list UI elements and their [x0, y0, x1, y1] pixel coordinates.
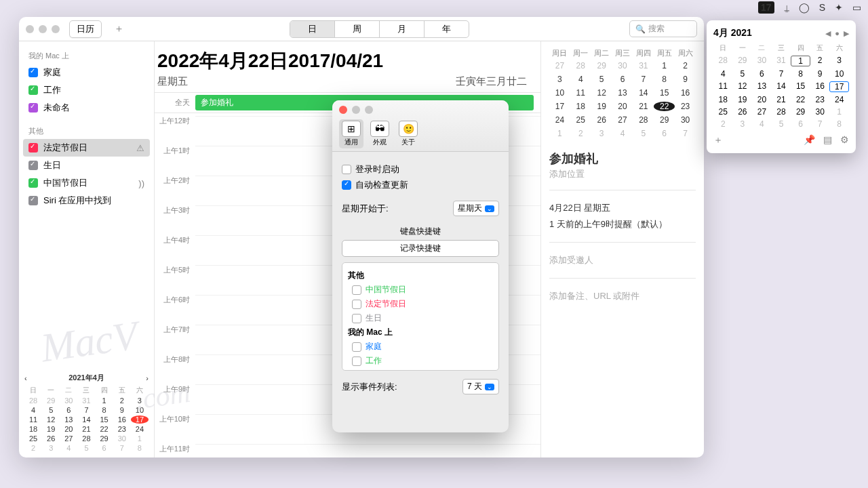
lunar-label: 壬寅年三月廿二 [456, 75, 527, 88]
view-year[interactable]: 年 [425, 21, 469, 37]
view-month[interactable]: 月 [380, 21, 425, 37]
week-start-select[interactable]: 星期天⌄ [453, 201, 499, 216]
titlebar: 日历 ＋ 日 周 月 年 🔍搜索 [19, 17, 704, 41]
sidebar-item[interactable]: 未命名 [19, 99, 154, 117]
prefs-tab-appearance[interactable]: 🕶外观 [368, 119, 392, 148]
checkbox-launch[interactable] [342, 165, 351, 174]
sidebar-item[interactable]: 工作 [19, 81, 154, 99]
sidebar-mini-calendar[interactable]: ‹2021年4月› 日一二三四五六28293031123456789101112… [24, 370, 149, 452]
traffic-lights[interactable] [332, 100, 509, 119]
prev-icon[interactable]: ◀ [825, 29, 831, 38]
view-segmented[interactable]: 日 周 月 年 [290, 20, 469, 38]
sidebar-item[interactable]: 中国节假日)) [19, 174, 154, 192]
view-week[interactable]: 周 [335, 21, 380, 37]
system-menubar: 17 ⍊ ◯ S ✦ ▭ [758, 0, 868, 15]
sidebar-item[interactable]: 生日 [19, 157, 154, 174]
menubar-icon[interactable]: ◯ [799, 2, 810, 13]
next-icon[interactable]: ▶ [844, 29, 849, 38]
event-notes[interactable]: 添加备注、URL 或附件 [549, 290, 696, 302]
traffic-lights[interactable] [26, 25, 60, 33]
sidebar-item[interactable]: Siri 在应用中找到 [19, 192, 154, 209]
prefs-tab-about[interactable]: 🙂关于 [396, 119, 420, 148]
menubar-icon[interactable]: S [819, 2, 825, 13]
list-icon[interactable]: ▤ [823, 134, 832, 146]
pin-icon[interactable]: 📌 [804, 134, 815, 146]
event-alert[interactable]: 1 天前的上午9时提醒（默认） [549, 218, 696, 230]
event-title[interactable]: 参加婚礼 [549, 150, 696, 167]
menubar-date-badge[interactable]: 17 [758, 1, 774, 14]
sidebar: 我的 Mac 上 家庭工作未命名 其他 法定节假日⚠︎生日中国节假日))Siri… [19, 41, 155, 458]
preferences-window: ⊞通用 🕶外观 🙂关于 登录时启动 自动检查更新 星期开始于: 星期天⌄ 键盘快… [332, 100, 509, 432]
calendars-toggle[interactable]: 日历 [69, 20, 102, 38]
sidebar-item[interactable]: 法定节假日⚠︎ [23, 139, 150, 157]
sidebar-item[interactable]: 家庭 [19, 64, 154, 81]
checkbox-update[interactable] [342, 180, 351, 190]
menubar-icon[interactable]: ✦ [835, 2, 843, 13]
record-shortcut-button[interactable]: 记录快捷键 [342, 240, 499, 257]
weekday-label: 星期五 [157, 75, 188, 88]
sidebar-section: 我的 Mac 上 [19, 48, 154, 64]
prev-month-icon[interactable]: ‹ [24, 374, 27, 382]
menubar-calendar-popover: 4月 2021 ◀●▶ 日一二三四五六282930311234567891011… [707, 20, 856, 153]
add-event-icon[interactable]: ＋ [713, 134, 723, 146]
menubar-icon[interactable]: ▭ [852, 2, 861, 13]
search-icon: 🔍 [635, 24, 646, 34]
event-location[interactable]: 添加位置 [549, 168, 696, 180]
search-input[interactable]: 🔍搜索 [629, 20, 697, 37]
add-button[interactable]: ＋ [108, 21, 130, 37]
sidebar-section: 其他 [19, 123, 154, 139]
event-date[interactable]: 4月22日 星期五 [549, 202, 696, 214]
day-title: 2022年4月22日2017/04/21 [157, 48, 540, 74]
prefs-tab-general[interactable]: ⊞通用 [339, 119, 363, 148]
calendar-list[interactable]: 其他中国节假日法定节假日生日 我的 Mac 上家庭工作 [342, 262, 499, 371]
event-invitees[interactable]: 添加受邀人 [549, 254, 696, 266]
event-list-select[interactable]: 7 天⌄ [462, 379, 499, 394]
gear-icon[interactable]: ⚙ [840, 134, 849, 146]
next-month-icon[interactable]: › [146, 374, 149, 382]
today-icon[interactable]: ● [835, 29, 840, 38]
menubar-icon[interactable]: ⍊ [784, 2, 789, 13]
view-day[interactable]: 日 [290, 21, 335, 37]
inspector-panel: 周日周一周二周三周四周五周六 2728293031123456789101112… [541, 41, 704, 458]
